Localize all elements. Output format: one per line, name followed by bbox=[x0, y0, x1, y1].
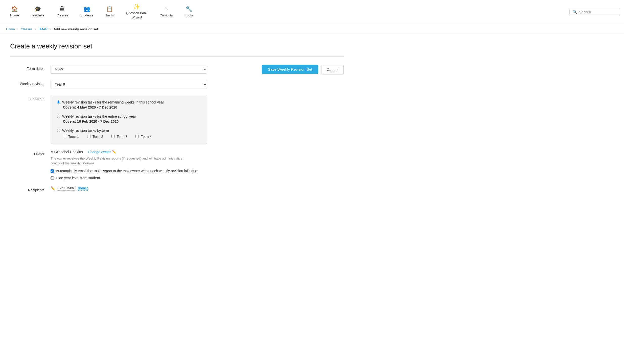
owner-description: The owner receives the Weekly Revision r… bbox=[51, 156, 190, 166]
breadcrumb-current: Add new weekly revision set bbox=[54, 27, 98, 31]
term4-label: Term 4 bbox=[141, 135, 152, 139]
search-icon: 🔍 bbox=[573, 10, 577, 14]
nav-classes[interactable]: 🏛 Classes bbox=[50, 2, 74, 21]
generate-option-remaining-label[interactable]: Weekly revision tasks for the remaining … bbox=[57, 100, 201, 104]
nav-qbw-label: Question BankWizard bbox=[126, 11, 147, 20]
term1-checkbox-label[interactable]: Term 1 bbox=[63, 135, 79, 139]
hide-year-label: Hide year level from student bbox=[56, 176, 100, 180]
change-owner-link[interactable]: Change owner ✏️ bbox=[88, 150, 116, 154]
generate-option-by-term: Weekly revision tasks by term Term 1 Ter… bbox=[57, 128, 201, 139]
generate-label: Generate bbox=[10, 95, 51, 101]
generate-radio-by-term[interactable] bbox=[57, 129, 60, 132]
generate-row: Generate Weekly revision tasks for the r… bbox=[10, 95, 252, 144]
term3-label: Term 3 bbox=[117, 135, 128, 139]
tasks-icon: 📋 bbox=[106, 6, 113, 12]
term2-checkbox-label[interactable]: Term 2 bbox=[87, 135, 103, 139]
recipients-control: ✏️ INCLUDED 8MAR bbox=[51, 186, 207, 191]
term3-checkbox[interactable] bbox=[111, 135, 115, 138]
nav-tools[interactable]: 🔧 Tools bbox=[179, 2, 199, 21]
recipients-class-link[interactable]: 8MAR bbox=[78, 186, 88, 191]
weekly-revision-label: Weekly revision bbox=[10, 80, 51, 86]
term-dates-control: NSWVICQLDWASATASACTNT bbox=[51, 65, 207, 74]
nav-qbw[interactable]: ✨ Question BankWizard bbox=[120, 0, 153, 24]
nav-tools-label: Tools bbox=[185, 13, 193, 17]
recipients-row-inner: ✏️ INCLUDED 8MAR bbox=[51, 186, 207, 191]
included-badge: INCLUDED bbox=[57, 186, 76, 191]
home-icon: 🏠 bbox=[11, 6, 18, 12]
owner-row: Owner Ms Annabel Hopkins Change owner ✏️… bbox=[10, 150, 252, 180]
recipients-row: Recipients ✏️ INCLUDED 8MAR bbox=[10, 186, 252, 192]
nav-home-label: Home bbox=[10, 13, 19, 17]
tools-icon: 🔧 bbox=[186, 6, 192, 12]
owner-name-row: Ms Annabel Hopkins Change owner ✏️ bbox=[51, 150, 207, 154]
pencil-icon: ✏️ bbox=[112, 150, 116, 154]
term3-checkbox-label[interactable]: Term 3 bbox=[111, 135, 128, 139]
email-checkbox-label: Automatically email the Task Report to t… bbox=[56, 169, 197, 173]
email-checkbox-row: Automatically email the Task Report to t… bbox=[51, 169, 207, 173]
nav-students-label: Students bbox=[80, 13, 93, 17]
nav-home[interactable]: 🏠 Home bbox=[4, 2, 25, 21]
term-dates-select[interactable]: NSWVICQLDWASATASACTNT bbox=[51, 65, 207, 74]
top-area: Term dates NSWVICQLDWASATASACTNT Weekly … bbox=[10, 65, 344, 192]
fields-area: Term dates NSWVICQLDWASATASACTNT Weekly … bbox=[10, 65, 252, 192]
nav-classes-label: Classes bbox=[56, 13, 68, 17]
recipients-label: Recipients bbox=[10, 186, 51, 192]
nav-tasks-label: Tasks bbox=[105, 13, 114, 17]
breadcrumb: Home › Classes › 8MAR › Add new weekly r… bbox=[0, 24, 624, 34]
nav-students[interactable]: 👥 Students bbox=[74, 2, 99, 21]
page-title: Create a weekly revision set bbox=[10, 42, 344, 50]
breadcrumb-8mar[interactable]: 8MAR bbox=[38, 27, 48, 31]
weekly-revision-control: Year 7 Year 8 Year 9 Year 10 bbox=[51, 80, 207, 89]
term2-label: Term 2 bbox=[93, 135, 103, 139]
term-dates-row: Term dates NSWVICQLDWASATASACTNT bbox=[10, 65, 252, 74]
change-owner-text: Change owner bbox=[88, 150, 111, 154]
nav-teachers[interactable]: 🎓 Teachers bbox=[25, 2, 51, 21]
cancel-button[interactable]: Cancel bbox=[321, 65, 344, 74]
generate-option-remaining-text: Weekly revision tasks for the remaining … bbox=[62, 100, 164, 104]
generate-option-entire: Weekly revision tasks for the entire sch… bbox=[57, 114, 201, 123]
term2-checkbox[interactable] bbox=[87, 135, 90, 138]
generate-covers-remaining: Covers: 4 May 2020 - 7 Dec 2020 bbox=[57, 105, 201, 109]
generate-control: Weekly revision tasks for the remaining … bbox=[51, 95, 207, 144]
nav-curricula-label: Curricula bbox=[160, 13, 173, 17]
students-icon: 👥 bbox=[83, 6, 90, 12]
term-dates-label: Term dates bbox=[10, 65, 51, 71]
owner-control: Ms Annabel Hopkins Change owner ✏️ The o… bbox=[51, 150, 207, 180]
action-buttons: Save Weekly Revision Set Cancel bbox=[262, 65, 344, 74]
search-placeholder: Search bbox=[579, 10, 591, 14]
section-divider bbox=[10, 56, 344, 57]
term1-label: Term 1 bbox=[68, 135, 79, 139]
email-checkbox[interactable] bbox=[51, 169, 54, 173]
owner-label: Owner bbox=[10, 150, 51, 156]
hide-year-checkbox[interactable] bbox=[51, 176, 54, 180]
generate-option-entire-label[interactable]: Weekly revision tasks for the entire sch… bbox=[57, 114, 201, 118]
nav-teachers-label: Teachers bbox=[31, 13, 44, 17]
hide-year-checkbox-row: Hide year level from student bbox=[51, 176, 207, 180]
recipients-edit-icon: ✏️ bbox=[51, 186, 55, 190]
breadcrumb-classes[interactable]: Classes bbox=[21, 27, 32, 31]
generate-radio-entire[interactable] bbox=[57, 115, 60, 118]
generate-option-entire-text: Weekly revision tasks for the entire sch… bbox=[62, 114, 136, 118]
curricula-icon: ⑂ bbox=[165, 6, 168, 12]
generate-option-by-term-label[interactable]: Weekly revision tasks by term bbox=[57, 128, 201, 133]
term4-checkbox[interactable] bbox=[135, 135, 139, 138]
classes-icon: 🏛 bbox=[60, 6, 65, 12]
breadcrumb-home[interactable]: Home bbox=[6, 27, 15, 31]
weekly-revision-select[interactable]: Year 7 Year 8 Year 9 Year 10 bbox=[51, 80, 207, 89]
term-checkboxes: Term 1 Term 2 Term 3 bbox=[57, 135, 201, 139]
term1-checkbox[interactable] bbox=[63, 135, 66, 138]
search-bar[interactable]: 🔍 Search bbox=[569, 8, 620, 16]
page-content: Create a weekly revision set Term dates … bbox=[0, 34, 354, 200]
navigation: 🏠 Home 🎓 Teachers 🏛 Classes 👥 Students 📋… bbox=[0, 0, 624, 24]
generate-box: Weekly revision tasks for the remaining … bbox=[51, 95, 207, 144]
save-button[interactable]: Save Weekly Revision Set bbox=[262, 65, 318, 74]
nav-tasks[interactable]: 📋 Tasks bbox=[99, 2, 120, 21]
teachers-icon: 🎓 bbox=[34, 6, 41, 12]
generate-radio-remaining[interactable] bbox=[57, 100, 60, 104]
generate-option-remaining: Weekly revision tasks for the remaining … bbox=[57, 100, 201, 109]
term4-checkbox-label[interactable]: Term 4 bbox=[135, 135, 152, 139]
weekly-revision-row: Weekly revision Year 7 Year 8 Year 9 Yea… bbox=[10, 80, 252, 89]
qbw-icon: ✨ bbox=[133, 4, 140, 10]
generate-option-by-term-text: Weekly revision tasks by term bbox=[62, 128, 109, 133]
nav-curricula[interactable]: ⑂ Curricula bbox=[154, 2, 179, 21]
